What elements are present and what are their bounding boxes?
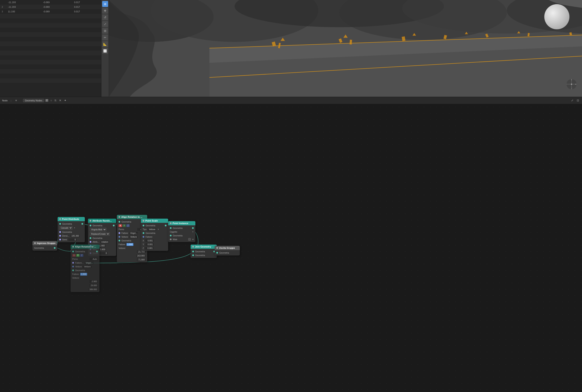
socket[interactable] bbox=[142, 236, 144, 238]
geometry-nodes-button[interactable]: Geometry Nodes bbox=[23, 99, 44, 102]
geo-output-socket[interactable] bbox=[54, 247, 56, 249]
table-row bbox=[0, 28, 101, 32]
male-checkbox[interactable] bbox=[188, 238, 191, 240]
node-ingresso-gruppo-header[interactable]: Ingresso Gruppo bbox=[32, 241, 57, 245]
navigation-gizmo[interactable]: Y X -Y bbox=[565, 78, 578, 90]
socket[interactable] bbox=[72, 270, 74, 271]
socket[interactable] bbox=[59, 231, 61, 233]
socket[interactable] bbox=[72, 262, 74, 264]
casuale-select[interactable]: Casuale bbox=[59, 226, 72, 230]
node-star-button[interactable]: ✦ bbox=[63, 98, 67, 102]
socket[interactable] bbox=[72, 251, 74, 252]
geo-input-socket[interactable] bbox=[59, 223, 61, 225]
node-pin-button[interactable]: ○ bbox=[50, 98, 53, 102]
node-row: Virgola Mobile bbox=[88, 228, 116, 232]
node-title-dot bbox=[216, 247, 218, 249]
socket[interactable] bbox=[72, 266, 74, 268]
node-editor-menu-button[interactable]: ≡ bbox=[14, 98, 18, 102]
node-row: Casuale ▼ bbox=[58, 226, 85, 230]
socket[interactable] bbox=[165, 225, 166, 226]
node-point-distribute[interactable]: Point Distribute Geometria Casuale ▼ Geo… bbox=[58, 217, 85, 242]
move-tool-button[interactable]: ✥ bbox=[102, 8, 108, 14]
node-row: Densi... 105.300 bbox=[58, 234, 85, 238]
rotate-tool-button[interactable]: ↺ bbox=[102, 14, 108, 20]
node-overlay-button[interactable]: ⊡ bbox=[576, 98, 580, 102]
male-x-button[interactable]: ✕ bbox=[192, 238, 194, 240]
socket[interactable] bbox=[192, 254, 194, 256]
socket[interactable] bbox=[118, 236, 120, 238]
svg-rect-19 bbox=[570, 32, 572, 36]
node-row: Tipo Vettore ▼ bbox=[141, 228, 168, 231]
node-row: Male ✕ bbox=[168, 238, 196, 241]
node-align-rotation-top-header[interactable]: Align Rotation to ... bbox=[117, 215, 147, 219]
node-uscita-gruppo-header[interactable]: Uscita Gruppo bbox=[215, 246, 240, 250]
socket[interactable] bbox=[59, 235, 61, 236]
socket[interactable] bbox=[192, 251, 194, 252]
socket[interactable] bbox=[59, 239, 61, 240]
node-point-scale[interactable]: Point Scale Geometria Tipo Vettore ▼ Geo… bbox=[141, 218, 168, 251]
scale-tool-button[interactable]: ⤢ bbox=[102, 21, 108, 27]
node-point-scale-header[interactable]: Point Scale bbox=[141, 218, 168, 223]
socket[interactable] bbox=[142, 232, 144, 234]
virgola-mobile-select[interactable]: Virgola Mobile bbox=[90, 228, 106, 232]
viewport-toolbar: ⊕ ✥ ↺ ⤢ ⊞ ✏ 📐 ⬜ bbox=[101, 0, 109, 97]
node-row: Geometria bbox=[88, 224, 116, 228]
node-attribute-rando-header[interactable]: Attribute Rando... bbox=[88, 218, 116, 223]
table-row bbox=[0, 74, 101, 78]
socket[interactable] bbox=[192, 227, 194, 229]
socket[interactable] bbox=[170, 235, 172, 236]
bottom-section: Nodo | ≡ Geometry Nodes 2 ○ ⎘ ✕ ✦ ⤢ ⊡ bbox=[0, 97, 582, 392]
geo-output-socket[interactable] bbox=[82, 223, 83, 225]
y-button[interactable]: Y bbox=[76, 254, 80, 257]
socket[interactable] bbox=[90, 225, 91, 226]
node-view-fit-button[interactable]: ⤢ bbox=[570, 98, 574, 102]
svg-rect-14 bbox=[350, 40, 352, 44]
cursor-tool-button[interactable]: ⊕ bbox=[102, 1, 108, 7]
socket[interactable] bbox=[118, 221, 120, 222]
node-row: Attrib... rotation bbox=[88, 240, 116, 244]
node-join-geometry-header[interactable]: Join Geometry bbox=[190, 244, 217, 249]
add-cube-tool-button[interactable]: ⬜ bbox=[102, 48, 108, 54]
socket[interactable] bbox=[90, 241, 91, 243]
node-copy-button[interactable]: ⎘ bbox=[54, 98, 57, 102]
socket[interactable] bbox=[113, 225, 114, 226]
socket[interactable] bbox=[216, 252, 218, 254]
node-uscita-gruppo[interactable]: Uscita Gruppo Geometria bbox=[215, 246, 240, 256]
node-row: Oggetto ▼ bbox=[168, 230, 196, 234]
z-button[interactable]: Z bbox=[80, 254, 83, 257]
z-button[interactable]: Z bbox=[126, 224, 130, 227]
node-join-geometry-body: Geometria Geometria bbox=[190, 249, 217, 258]
socket[interactable] bbox=[118, 240, 120, 242]
replace-create-select[interactable]: Replace/Create bbox=[90, 232, 110, 236]
viewport-sphere bbox=[544, 4, 570, 29]
node-point-instance-header[interactable]: Point Instance bbox=[168, 221, 196, 225]
node-canvas[interactable]: Ingresso Gruppo Geometria Point Distribu… bbox=[0, 104, 582, 392]
node-ingresso-gruppo[interactable]: Ingresso Gruppo Geometria bbox=[32, 241, 57, 251]
socket[interactable] bbox=[96, 251, 98, 252]
annotate-tool-button[interactable]: ✏ bbox=[102, 34, 108, 40]
spreadsheet-table: -11.193 -0.069 0.017 2 -11.193 -0.069 0.… bbox=[0, 0, 101, 88]
measure-tool-button[interactable]: 📐 bbox=[102, 41, 108, 47]
socket[interactable] bbox=[142, 225, 144, 226]
node-point-instance[interactable]: Point Instance Geometria Oggetto ▼ Geome… bbox=[168, 221, 196, 242]
x-button[interactable]: X bbox=[118, 224, 122, 227]
node-point-distribute-header[interactable]: Point Distribute bbox=[58, 217, 85, 221]
node-row: Geometria bbox=[141, 224, 168, 228]
x-button[interactable]: X bbox=[72, 254, 76, 257]
node-title-dot bbox=[72, 246, 74, 248]
node-align-rotation-bottom-header[interactable]: Align Rotation to ... bbox=[70, 244, 100, 249]
socket[interactable] bbox=[170, 238, 172, 240]
y-button[interactable]: Y bbox=[122, 224, 126, 227]
node-row: Fattore 1.000 bbox=[70, 272, 100, 276]
node-row: Geometria bbox=[215, 251, 240, 255]
socket[interactable] bbox=[170, 227, 172, 229]
socket[interactable] bbox=[90, 237, 91, 239]
viewport-canvas[interactable]: (72) Collection | Cubo.001 bbox=[109, 0, 582, 97]
node-title-dot bbox=[90, 220, 91, 222]
socket[interactable] bbox=[118, 232, 120, 234]
fattore-highlight: 1.000 bbox=[80, 273, 87, 276]
node-join-geometry[interactable]: Join Geometry Geometria Geometria bbox=[190, 244, 217, 258]
node-align-rotation-bottom[interactable]: Align Rotation to ... Geometria X Y Z Pe… bbox=[70, 244, 100, 292]
node-close-button[interactable]: ✕ bbox=[58, 98, 62, 102]
transform-tool-button[interactable]: ⊞ bbox=[102, 28, 108, 34]
